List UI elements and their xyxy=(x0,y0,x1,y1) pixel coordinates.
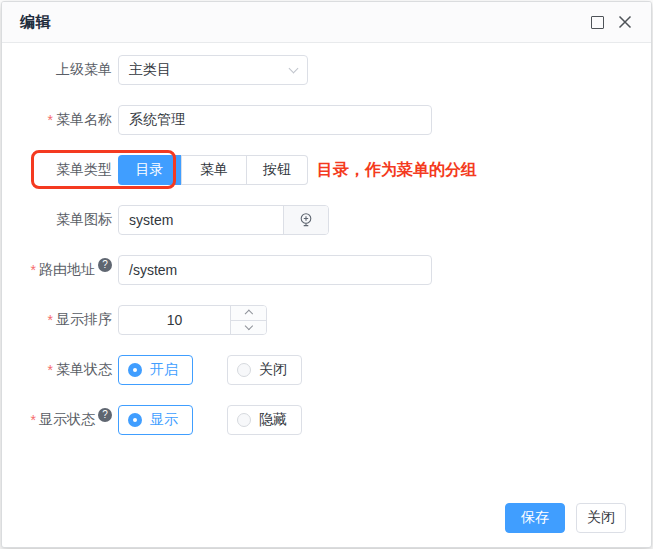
increment-button[interactable] xyxy=(231,306,266,321)
menu-status-option-on[interactable]: 开启 xyxy=(118,355,193,385)
route-path-input[interactable]: /system xyxy=(118,255,432,285)
chevron-down-icon xyxy=(289,63,299,73)
window-controls xyxy=(591,14,633,30)
menu-icon-input[interactable]: system xyxy=(119,206,283,234)
required-marker: * xyxy=(48,112,53,128)
chevron-down-icon xyxy=(244,322,252,330)
parent-menu-value: 主类目 xyxy=(129,61,171,79)
menu-type-radio-group: 目录 菜单 按钮 xyxy=(118,155,308,185)
dialog-title: 编辑 xyxy=(20,13,51,32)
red-annotation-text: 目录，作为菜单的分组 xyxy=(317,160,477,181)
stepper-controls xyxy=(230,306,266,334)
chevron-up-icon xyxy=(244,310,252,318)
menu-type-option-directory[interactable]: 目录 xyxy=(118,155,181,185)
menu-name-input[interactable]: 系统管理 xyxy=(118,105,432,135)
display-order-value[interactable]: 10 xyxy=(119,312,230,328)
row-parent-menu: 上级菜单 主类目 xyxy=(18,55,635,85)
display-order-label: * 显示排序 xyxy=(18,311,112,329)
radio-unselected-icon xyxy=(237,413,251,427)
route-path-label: * 路由地址 ? xyxy=(18,261,112,279)
required-marker: * xyxy=(31,262,36,278)
close-button[interactable]: 关闭 xyxy=(576,503,626,533)
parent-menu-label: 上级菜单 xyxy=(18,61,112,79)
dialog-footer: 保存 关闭 xyxy=(505,503,626,533)
display-status-label: * 显示状态 ? xyxy=(18,411,112,429)
dialog-body: 上级菜单 主类目 * 菜单名称 系统管理 菜单类型 目录 xyxy=(2,43,651,435)
save-button[interactable]: 保存 xyxy=(505,503,565,533)
help-icon[interactable]: ? xyxy=(98,258,112,272)
maximize-icon[interactable] xyxy=(591,16,604,29)
row-menu-status: * 菜单状态 开启 关闭 xyxy=(18,355,635,385)
row-menu-icon: 菜单图标 system xyxy=(18,205,635,235)
display-order-stepper: 10 xyxy=(118,305,267,335)
close-icon[interactable] xyxy=(617,14,633,30)
menu-type-label: 菜单类型 xyxy=(18,161,112,179)
display-status-option-hide[interactable]: 隐藏 xyxy=(227,405,302,435)
route-path-value: /system xyxy=(129,262,177,278)
row-menu-name: * 菜单名称 系统管理 xyxy=(18,105,635,135)
parent-menu-select[interactable]: 主类目 xyxy=(118,55,308,85)
edit-menu-dialog: 编辑 上级菜单 主类目 * 菜单名称 系统管理 xyxy=(1,1,652,548)
menu-type-option-button[interactable]: 按钮 xyxy=(247,155,308,185)
menu-icon-label: 菜单图标 xyxy=(18,211,112,229)
menu-name-value: 系统管理 xyxy=(129,111,185,129)
menu-status-option-off[interactable]: 关闭 xyxy=(227,355,302,385)
required-marker: * xyxy=(31,412,36,428)
icon-picker-button[interactable] xyxy=(283,206,328,234)
row-menu-type: 菜单类型 目录 菜单 按钮 目录，作为菜单的分组 xyxy=(18,155,635,185)
display-status-option-show[interactable]: 显示 xyxy=(118,405,193,435)
help-icon[interactable]: ? xyxy=(98,408,112,422)
required-marker: * xyxy=(48,312,53,328)
location-plus-icon xyxy=(298,212,314,228)
required-marker: * xyxy=(48,362,53,378)
row-display-order: * 显示排序 10 xyxy=(18,305,635,335)
radio-unselected-icon xyxy=(237,363,251,377)
menu-status-label: * 菜单状态 xyxy=(18,361,112,379)
row-route-path: * 路由地址 ? /system xyxy=(18,255,635,285)
radio-selected-icon xyxy=(128,363,142,377)
dialog-header: 编辑 xyxy=(2,2,651,43)
menu-name-label: * 菜单名称 xyxy=(18,111,112,129)
decrement-button[interactable] xyxy=(231,321,266,335)
menu-icon-value: system xyxy=(129,212,173,228)
radio-selected-icon xyxy=(128,413,142,427)
menu-type-option-menu[interactable]: 菜单 xyxy=(181,155,247,185)
menu-icon-input-group: system xyxy=(118,205,329,235)
row-display-status: * 显示状态 ? 显示 隐藏 xyxy=(18,405,635,435)
